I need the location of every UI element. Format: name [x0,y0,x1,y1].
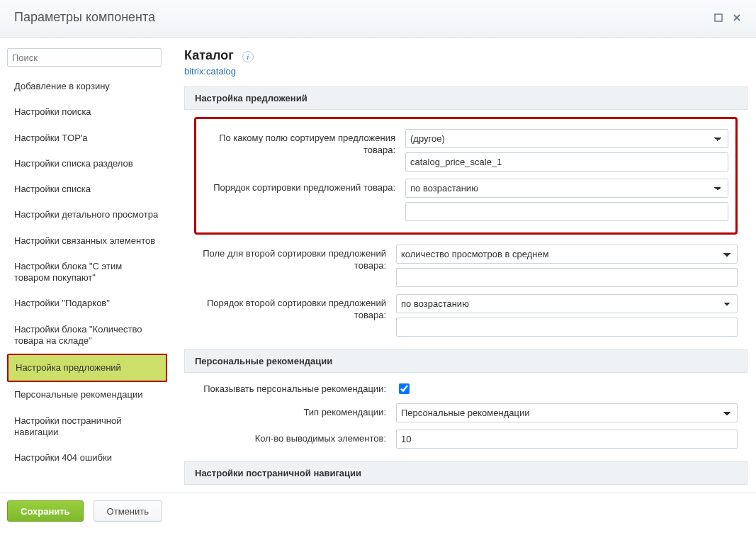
sidebar-item-offers[interactable]: Настройка предложений [7,354,167,382]
personal-show-label: Показывать персональные рекомендации: [194,380,396,396]
personal-type-select[interactable]: Персональные рекомендации [396,403,738,422]
sort2-order-input[interactable] [396,318,738,337]
sort2-order-label: Порядок второй сортировки предложений то… [194,294,396,337]
sort2-order-select[interactable]: по возрастанию [396,294,738,313]
highlight-box: По какому полю сортируем предложения тов… [194,117,738,235]
sidebar-item[interactable]: Настройки 404 ошибки [7,445,167,471]
save-button[interactable]: Сохранить [7,500,84,522]
sidebar-item[interactable]: Настройки TOP'а [7,125,167,151]
close-icon[interactable] [732,13,742,23]
sidebar-item[interactable]: Настройки "Подарков" [7,291,167,316]
sort-order-select[interactable]: по возрастанию [405,179,728,198]
dialog-header: Параметры компонента [0,0,756,38]
sidebar-item[interactable]: Добавление в корзину [7,74,167,99]
section-offers-head: Настройка предложений [184,86,747,110]
personal-type-label: Тип рекомендации: [194,403,396,422]
sort-order-input[interactable] [405,202,728,221]
section-personal-head: Персональные рекомендации [184,349,747,373]
section-pager-head: Настройки постраничной навигации [184,461,747,485]
sidebar-item[interactable]: Настройки блока "Количество товара на ск… [7,317,167,354]
sort2-field-select[interactable]: количество просмотров в среднем [396,245,738,264]
personal-show-checkbox[interactable] [399,383,410,394]
main-scroll[interactable]: Настройка предложений По какому полю сор… [184,86,749,492]
sidebar-item[interactable]: Настройки детального просмотра [7,202,167,228]
dialog-footer: Сохранить Отменить [0,493,756,533]
sort-field-label: По какому полю сортируем предложения тов… [203,129,405,172]
personal-count-input[interactable] [396,430,738,449]
svg-rect-0 [715,14,722,21]
sidebar: Добавление в корзину Настройки поиска На… [7,48,170,492]
sort-order-label: Порядок сортировки предложений товара: [203,179,405,221]
cancel-button[interactable]: Отменить [94,500,162,522]
sidebar-item[interactable]: Настройки блока "С этим товаром покупают… [7,254,167,291]
maximize-icon[interactable] [713,13,723,23]
sort-field-input[interactable] [405,152,728,172]
dialog-title: Параметры компонента [14,10,155,25]
sidebar-list[interactable]: Добавление в корзину Настройки поиска На… [7,74,167,471]
component-code: bitrix:catalog [184,66,749,77]
main-panel: Каталог i bitrix:catalog Настройка предл… [184,48,749,492]
sort2-field-input[interactable] [396,268,738,287]
sidebar-item[interactable]: Настройки поиска [7,99,167,125]
sort2-field-label: Поле для второй сортировки предложений т… [194,245,396,287]
sort-field-select[interactable]: (другое) [405,129,728,148]
sidebar-item[interactable]: Настройки связанных элементов [7,228,167,254]
search-input[interactable] [7,48,162,67]
sidebar-item[interactable]: Персональные рекомендации [7,382,167,408]
page-title: Каталог [184,48,234,63]
sidebar-item[interactable]: Настройки списка [7,176,167,202]
info-icon[interactable]: i [242,51,254,62]
sidebar-item[interactable]: Настройки списка разделов [7,151,167,176]
personal-count-label: Кол-во выводимых элементов: [194,430,396,449]
sidebar-item[interactable]: Настройки постраничной навигации [7,408,167,446]
